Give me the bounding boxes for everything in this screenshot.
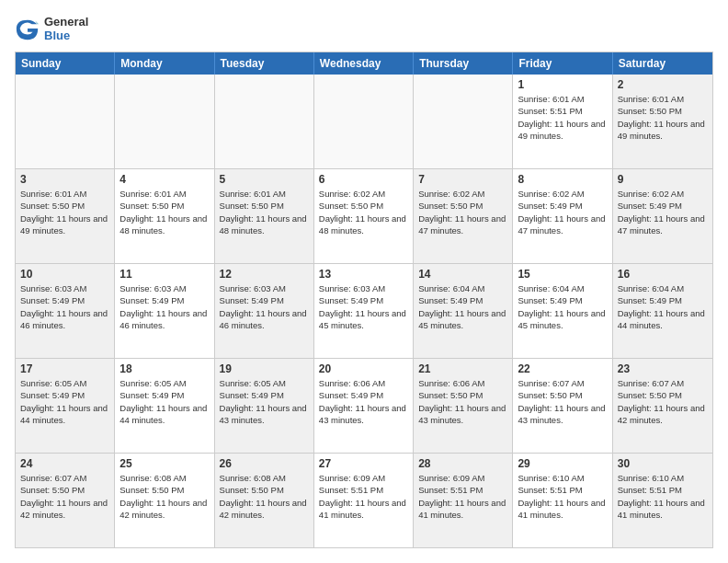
sunrise-label: Sunrise: 6:02 AM: [618, 189, 684, 199]
sunset-label: Sunset: 5:50 PM: [319, 201, 383, 211]
daylight-label: Daylight: 11 hours and 49 minutes.: [20, 213, 108, 236]
sunset-label: Sunset: 5:51 PM: [418, 485, 483, 495]
day-number: 23: [618, 362, 708, 375]
daylight-label: Daylight: 11 hours and 47 minutes.: [518, 213, 605, 236]
sunrise-label: Sunrise: 6:02 AM: [518, 189, 584, 199]
sunset-label: Sunset: 5:49 PM: [20, 390, 85, 400]
sunrise-label: Sunrise: 6:02 AM: [319, 189, 385, 199]
weekday-header-friday: Friday: [513, 52, 612, 75]
calendar-cell-21: 21Sunrise: 6:06 AMSunset: 5:50 PMDayligh…: [414, 359, 513, 453]
calendar-cell-2: 2Sunrise: 6:01 AMSunset: 5:50 PMDaylight…: [613, 75, 712, 168]
sunset-label: Sunset: 5:50 PM: [20, 485, 85, 495]
sunset-label: Sunset: 5:50 PM: [119, 485, 184, 495]
cell-info: Sunrise: 6:03 AMSunset: 5:49 PMDaylight:…: [220, 282, 309, 331]
calendar-cell-13: 13Sunrise: 6:03 AMSunset: 5:49 PMDayligh…: [314, 264, 414, 358]
calendar-cell-3: 3Sunrise: 6:01 AMSunset: 5:50 PMDaylight…: [16, 169, 115, 263]
sunrise-label: Sunrise: 6:04 AM: [618, 283, 684, 293]
sunrise-label: Sunrise: 6:03 AM: [319, 283, 385, 293]
sunrise-label: Sunrise: 6:07 AM: [618, 378, 684, 388]
daylight-label: Daylight: 11 hours and 42 minutes.: [220, 498, 307, 520]
daylight-label: Daylight: 11 hours and 46 minutes.: [119, 308, 207, 330]
sunset-label: Sunset: 5:49 PM: [618, 201, 682, 211]
daylight-label: Daylight: 11 hours and 47 minutes.: [418, 213, 506, 236]
cell-info: Sunrise: 6:01 AMSunset: 5:50 PMDaylight:…: [618, 93, 708, 142]
weekday-header-thursday: Thursday: [414, 52, 513, 75]
daylight-label: Daylight: 11 hours and 48 minutes.: [220, 213, 307, 236]
day-number: 19: [220, 362, 309, 375]
sunrise-label: Sunrise: 6:06 AM: [319, 378, 385, 388]
daylight-label: Daylight: 11 hours and 43 minutes.: [319, 403, 406, 425]
day-number: 24: [20, 457, 109, 470]
sunset-label: Sunset: 5:49 PM: [220, 390, 284, 400]
sunset-label: Sunset: 5:49 PM: [418, 295, 483, 305]
sunrise-label: Sunrise: 6:04 AM: [418, 283, 484, 293]
daylight-label: Daylight: 11 hours and 43 minutes.: [518, 403, 605, 425]
day-number: 6: [319, 173, 408, 186]
sunset-label: Sunset: 5:50 PM: [20, 201, 85, 211]
cell-info: Sunrise: 6:04 AMSunset: 5:49 PMDaylight:…: [518, 282, 607, 331]
day-number: 12: [220, 268, 309, 281]
calendar-cell-11: 11Sunrise: 6:03 AMSunset: 5:49 PMDayligh…: [115, 264, 214, 358]
weekday-header-monday: Monday: [115, 52, 214, 75]
cell-info: Sunrise: 6:07 AMSunset: 5:50 PMDaylight:…: [20, 472, 109, 521]
cell-info: Sunrise: 6:04 AMSunset: 5:49 PMDaylight:…: [618, 282, 708, 331]
day-number: 16: [618, 268, 708, 281]
sunrise-label: Sunrise: 6:01 AM: [20, 189, 86, 199]
calendar-cell-empty-0-1: [115, 75, 214, 168]
cell-info: Sunrise: 6:01 AMSunset: 5:50 PMDaylight:…: [20, 188, 109, 236]
sunset-label: Sunset: 5:50 PM: [618, 390, 682, 400]
sunrise-label: Sunrise: 6:04 AM: [518, 283, 584, 293]
sunset-label: Sunset: 5:49 PM: [518, 201, 582, 211]
day-number: 18: [119, 362, 209, 375]
cell-info: Sunrise: 6:03 AMSunset: 5:49 PMDaylight:…: [319, 282, 408, 331]
day-number: 26: [220, 457, 309, 470]
daylight-label: Daylight: 11 hours and 42 minutes.: [20, 498, 108, 520]
sunrise-label: Sunrise: 6:09 AM: [319, 473, 385, 483]
calendar-cell-4: 4Sunrise: 6:01 AMSunset: 5:50 PMDaylight…: [115, 169, 214, 263]
sunset-label: Sunset: 5:51 PM: [618, 485, 682, 495]
cell-info: Sunrise: 6:09 AMSunset: 5:51 PMDaylight:…: [418, 472, 507, 521]
sunset-label: Sunset: 5:49 PM: [319, 295, 383, 305]
sunrise-label: Sunrise: 6:03 AM: [20, 283, 86, 293]
cell-info: Sunrise: 6:06 AMSunset: 5:50 PMDaylight:…: [418, 377, 507, 426]
cell-info: Sunrise: 6:10 AMSunset: 5:51 PMDaylight:…: [618, 472, 708, 521]
cell-info: Sunrise: 6:05 AMSunset: 5:49 PMDaylight:…: [20, 377, 109, 426]
calendar-cell-empty-0-0: [16, 75, 115, 168]
day-number: 8: [518, 173, 607, 186]
daylight-label: Daylight: 11 hours and 45 minutes.: [319, 308, 406, 330]
cell-info: Sunrise: 6:02 AMSunset: 5:50 PMDaylight:…: [319, 188, 408, 236]
day-number: 2: [618, 78, 708, 91]
day-number: 13: [319, 268, 408, 281]
calendar-cell-8: 8Sunrise: 6:02 AMSunset: 5:49 PMDaylight…: [513, 169, 612, 263]
sunrise-label: Sunrise: 6:01 AM: [220, 189, 286, 199]
sunrise-label: Sunrise: 6:05 AM: [20, 378, 86, 388]
sunset-label: Sunset: 5:49 PM: [518, 295, 582, 305]
day-number: 11: [119, 268, 209, 281]
calendar-cell-27: 27Sunrise: 6:09 AMSunset: 5:51 PMDayligh…: [314, 454, 414, 547]
sunset-label: Sunset: 5:50 PM: [418, 390, 483, 400]
sunrise-label: Sunrise: 6:02 AM: [418, 189, 484, 199]
sunset-label: Sunset: 5:51 PM: [518, 106, 582, 116]
calendar-cell-9: 9Sunrise: 6:02 AMSunset: 5:49 PMDaylight…: [613, 169, 712, 263]
cell-info: Sunrise: 6:07 AMSunset: 5:50 PMDaylight:…: [518, 377, 607, 426]
sunset-label: Sunset: 5:49 PM: [319, 390, 383, 400]
calendar-cell-26: 26Sunrise: 6:08 AMSunset: 5:50 PMDayligh…: [215, 454, 314, 547]
day-number: 27: [319, 457, 408, 470]
daylight-label: Daylight: 11 hours and 45 minutes.: [518, 308, 605, 330]
weekday-header-tuesday: Tuesday: [215, 52, 314, 75]
page: General Blue SundayMondayTuesdayWednesda…: [0, 0, 728, 563]
daylight-label: Daylight: 11 hours and 44 minutes.: [20, 403, 108, 425]
sunrise-label: Sunrise: 6:10 AM: [518, 473, 584, 483]
daylight-label: Daylight: 11 hours and 44 minutes.: [618, 308, 705, 330]
calendar-cell-7: 7Sunrise: 6:02 AMSunset: 5:50 PMDaylight…: [414, 169, 513, 263]
calendar-cell-5: 5Sunrise: 6:01 AMSunset: 5:50 PMDaylight…: [215, 169, 314, 263]
day-number: 17: [20, 362, 109, 375]
day-number: 28: [418, 457, 507, 470]
calendar-cell-empty-0-2: [215, 75, 314, 168]
sunrise-label: Sunrise: 6:05 AM: [119, 378, 186, 388]
header: General Blue: [15, 15, 713, 42]
sunrise-label: Sunrise: 6:05 AM: [220, 378, 286, 388]
calendar-cell-16: 16Sunrise: 6:04 AMSunset: 5:49 PMDayligh…: [613, 264, 712, 358]
sunset-label: Sunset: 5:51 PM: [319, 485, 383, 495]
day-number: 29: [518, 457, 607, 470]
